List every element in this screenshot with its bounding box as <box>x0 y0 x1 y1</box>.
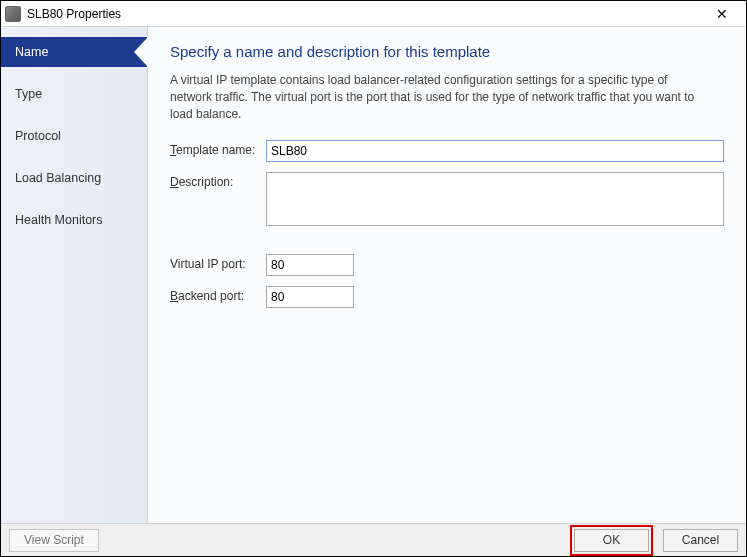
sidebar-item-health-monitors[interactable]: Health Monitors <box>1 205 147 235</box>
content-panel: Specify a name and description for this … <box>148 27 746 523</box>
ok-button[interactable]: OK <box>574 529 649 552</box>
template-name-label: Template name: <box>170 140 266 157</box>
row-template-name: Template name: <box>170 140 724 162</box>
template-name-input[interactable] <box>266 140 724 162</box>
app-icon <box>5 6 21 22</box>
virtual-ip-port-label: Virtual IP port: <box>170 254 266 271</box>
page-intro: A virtual IP template contains load bala… <box>170 72 710 122</box>
page-heading: Specify a name and description for this … <box>170 43 724 60</box>
bottom-bar: View Script OK Cancel <box>1 523 746 556</box>
sidebar: Name Type Protocol Load Balancing Health… <box>1 27 148 523</box>
main-area: Name Type Protocol Load Balancing Health… <box>1 27 746 523</box>
title-bar: SLB80 Properties ✕ <box>1 1 746 27</box>
sidebar-item-protocol[interactable]: Protocol <box>1 121 147 151</box>
description-input[interactable] <box>266 172 724 226</box>
cancel-button[interactable]: Cancel <box>663 529 738 552</box>
backend-port-label: Backend port: <box>170 286 266 303</box>
row-backend-port: Backend port: <box>170 286 724 308</box>
window-title: SLB80 Properties <box>27 7 702 21</box>
virtual-ip-port-input[interactable] <box>266 254 354 276</box>
sidebar-item-type[interactable]: Type <box>1 79 147 109</box>
sidebar-item-name[interactable]: Name <box>1 37 147 67</box>
ok-highlight: OK <box>570 525 653 556</box>
sidebar-item-load-balancing[interactable]: Load Balancing <box>1 163 147 193</box>
view-script-button[interactable]: View Script <box>9 529 99 552</box>
row-virtual-ip-port: Virtual IP port: <box>170 254 724 276</box>
row-description: Description: <box>170 172 724 226</box>
description-label: Description: <box>170 172 266 189</box>
close-icon[interactable]: ✕ <box>702 1 742 27</box>
backend-port-input[interactable] <box>266 286 354 308</box>
